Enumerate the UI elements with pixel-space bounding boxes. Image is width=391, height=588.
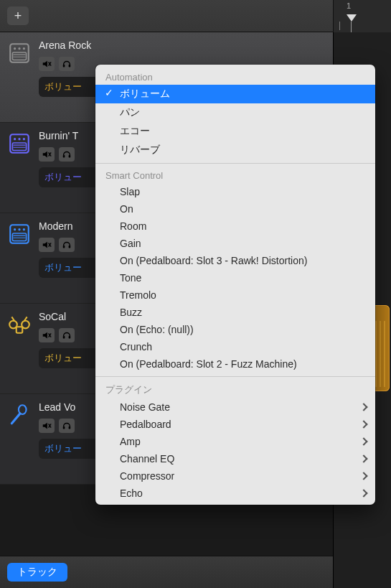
menu-item[interactable]: Compressor xyxy=(95,467,375,485)
footer-bar: トラック xyxy=(0,556,333,588)
menu-item[interactable]: Tremolo xyxy=(95,286,375,304)
automation-param-label: ボリュー xyxy=(44,261,82,274)
menu-item[interactable]: ボリューム xyxy=(95,85,375,103)
menu-item[interactable]: Room xyxy=(95,218,375,235)
headphones-icon xyxy=(62,421,72,431)
menu-item[interactable]: On (Echo: (null)) xyxy=(95,321,375,338)
headphones-icon xyxy=(62,330,72,340)
menu-item[interactable]: Pedalboard xyxy=(95,416,375,433)
automation-param-label: ボリュー xyxy=(44,442,82,455)
menu-separator xyxy=(95,376,375,377)
automation-param-label: ボリュー xyxy=(44,352,82,365)
mute-button[interactable] xyxy=(39,238,55,252)
amp-icon xyxy=(7,222,32,246)
plus-icon: + xyxy=(14,9,22,24)
automation-param-label: ボリュー xyxy=(44,171,82,184)
tracks-tab[interactable]: トラック xyxy=(7,563,67,582)
amp-icon xyxy=(7,131,32,156)
menu-item[interactable]: パン xyxy=(95,103,375,122)
mute-button[interactable] xyxy=(39,419,55,433)
mute-button[interactable] xyxy=(39,328,55,342)
solo-headphones-button[interactable] xyxy=(59,328,75,342)
menu-item[interactable]: Noise Gate xyxy=(95,398,375,416)
menu-separator xyxy=(95,163,375,164)
menu-item[interactable]: リバーブ xyxy=(95,141,375,159)
mute-button[interactable] xyxy=(39,147,55,162)
solo-headphones-button[interactable] xyxy=(59,238,75,252)
menu-item[interactable]: Amp xyxy=(95,433,375,450)
mute-icon xyxy=(42,59,52,69)
solo-headphones-button[interactable] xyxy=(59,419,75,433)
add-track-button[interactable]: + xyxy=(7,6,29,25)
mic-icon xyxy=(7,403,32,427)
headphones-icon xyxy=(62,59,72,69)
menu-item[interactable]: Channel EQ xyxy=(95,450,375,467)
menu-section-header: Automation xyxy=(95,69,375,85)
playhead-icon[interactable] xyxy=(347,14,357,22)
menu-section-header: プラグイン xyxy=(95,381,375,398)
menu-item[interactable]: Gain xyxy=(95,235,375,252)
mute-icon xyxy=(42,330,52,340)
mute-button[interactable] xyxy=(39,57,55,71)
menu-item[interactable]: On (Pedalboard: Slot 3 - Rawk! Distortio… xyxy=(95,252,375,269)
menu-item[interactable]: On xyxy=(95,200,375,218)
automation-menu: AutomationボリュームパンエコーリバーブSmart ControlSla… xyxy=(95,65,375,505)
track-name: Arena Rock xyxy=(39,39,326,51)
menu-item[interactable]: Crunch xyxy=(95,338,375,355)
mute-icon xyxy=(42,240,52,250)
ruler-tick xyxy=(339,22,340,30)
solo-headphones-button[interactable] xyxy=(59,147,75,162)
mute-icon xyxy=(42,149,52,159)
menu-item[interactable]: On (Pedalboard: Slot 2 - Fuzz Machine) xyxy=(95,355,375,373)
menu-section-header: Smart Control xyxy=(95,167,375,183)
drums-icon xyxy=(7,312,32,337)
menu-item[interactable]: Tone xyxy=(95,269,375,286)
headphones-icon xyxy=(62,240,72,250)
menu-item[interactable]: Slap xyxy=(95,183,375,200)
menu-item[interactable]: Echo xyxy=(95,485,375,502)
bar-number: 1 xyxy=(347,1,351,10)
headphones-icon xyxy=(62,149,72,159)
solo-headphones-button[interactable] xyxy=(59,57,75,71)
automation-param-label: ボリュー xyxy=(44,80,82,93)
timeline-ruler[interactable]: 1 xyxy=(333,0,391,32)
menu-item[interactable]: Buzz xyxy=(95,304,375,321)
mute-icon xyxy=(42,421,52,431)
menu-item[interactable]: エコー xyxy=(95,122,375,141)
amp-icon xyxy=(7,41,32,65)
